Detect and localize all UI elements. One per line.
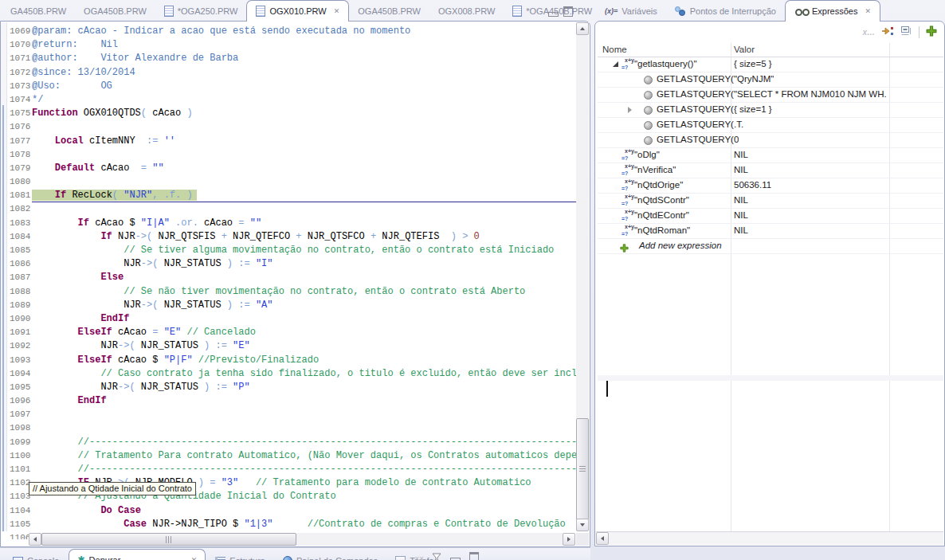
code-line[interactable]: 1088 // Se não tiver movimentação no con… xyxy=(7,285,576,299)
code-line[interactable]: 1081 If RecLock( "NJR", .f. ) xyxy=(7,189,576,202)
code-line[interactable]: 1078 xyxy=(7,148,576,162)
panel-horizontal-scrollbar[interactable] xyxy=(596,531,943,545)
expand-arrow-icon[interactable] xyxy=(628,107,632,113)
code-line[interactable]: 1077 Local cItemNNY := '' xyxy=(7,135,576,148)
close-icon[interactable]: ✕ xyxy=(191,556,198,560)
code-line[interactable]: 1104 Do Case xyxy=(7,504,576,518)
tab-express-es[interactable]: Expressões✕ xyxy=(785,0,880,22)
tab-label: *OGA450B.PRW xyxy=(526,6,592,16)
editor-tab-oga450bprw[interactable]: OGA450B.PRW xyxy=(349,1,429,21)
code-line[interactable]: 1097 xyxy=(7,408,576,421)
editor-tab-oga250prw[interactable]: *OGA250.PRW xyxy=(155,1,247,21)
bottom-toolbar: ✕✕ xyxy=(414,551,479,560)
code-line[interactable]: 1098 xyxy=(7,421,576,435)
line-number: 1069 xyxy=(7,25,32,38)
show-logical-structure-icon[interactable] xyxy=(881,25,894,40)
bottom-tab-estrutura[interactable]: Estrutura xyxy=(207,552,273,560)
expression-row[interactable]: x+y=?"nVerifica"NIL xyxy=(598,163,943,178)
expression-row[interactable]: x+y=?"getlastquery()"{ size=5 } xyxy=(598,57,943,72)
minimize-icon[interactable] xyxy=(450,551,461,560)
scroll-right-icon[interactable] xyxy=(563,533,575,546)
expression-row[interactable]: GETLASTQUERY(.T. xyxy=(598,118,943,133)
code-line[interactable]: 1082 xyxy=(7,202,576,216)
code-line[interactable]: 1076 xyxy=(7,120,576,134)
filter-icon[interactable] xyxy=(432,551,441,560)
code-line[interactable]: 1091 ElseIf cAcao = "E" // Cancelado xyxy=(7,326,576,339)
code-line[interactable]: 1071@author: Vitor Alexandre de Barba xyxy=(7,52,576,65)
code-line[interactable]: 1099 //---------------------------------… xyxy=(7,436,576,449)
add-expression-row[interactable]: Add new expression xyxy=(598,239,943,254)
code-line[interactable]: 1090 EndIf xyxy=(7,312,576,326)
commands-icon xyxy=(283,556,292,560)
code-line[interactable]: 1079 Default cAcao = "" xyxy=(7,162,576,175)
add-expression-icon[interactable] xyxy=(926,25,937,40)
horizontal-scroll-thumb[interactable] xyxy=(41,533,296,546)
code-line[interactable]: 1084 If NJR->( NJR_QTSFIS + NJR_QTEFCO +… xyxy=(7,230,576,244)
vertical-scroll-thumb[interactable] xyxy=(576,418,589,520)
editor-vertical-scrollbar[interactable] xyxy=(576,22,589,531)
watch-expression-icon: x+y=? xyxy=(622,179,634,191)
code-line-text: ElseIf cAcao $ "P|F" //Previsto/Finaliza… xyxy=(32,354,576,367)
code-line[interactable]: 1069@param: cAcao - Indicar a acao que e… xyxy=(7,25,576,38)
code-line[interactable]: 1092 NJR->( NJR_STATUS ) := "E" xyxy=(7,339,576,353)
code-line[interactable]: 1094 // Caso contrato ja tenha sido fina… xyxy=(7,367,576,381)
expression-row[interactable]: GETLASTQUERY("SELECT * FROM NJM010 NJM W… xyxy=(598,88,943,103)
expression-row[interactable]: x+y=?"nQtdOrige"50636.11 xyxy=(598,178,943,194)
expression-row[interactable]: x+y=?"nQtdRoman"NIL xyxy=(598,224,943,239)
code-editor[interactable]: 1069@param: cAcao - Indicar a acao que e… xyxy=(7,22,576,539)
editor-tab-ogx010prw[interactable]: OGX010.PRW✕ xyxy=(246,0,349,22)
code-line[interactable]: 1072@since: 13/10/2014 xyxy=(7,66,576,80)
collapse-arrow-icon[interactable] xyxy=(613,61,618,67)
minimize-icon[interactable] xyxy=(548,6,559,20)
close-icon[interactable]: ✕ xyxy=(865,7,871,15)
code-line[interactable]: 1100 // Tratamento Para contrato Automat… xyxy=(7,449,576,463)
code-line[interactable]: 1073@Uso: OG xyxy=(7,80,576,93)
code-line-text: If NJR->( NJR_QTSFIS + NJR_QTEFCO + NJR_… xyxy=(32,230,576,244)
code-line[interactable]: 1087 Else xyxy=(7,271,576,284)
code-line[interactable]: 1070@return: Nil xyxy=(7,38,576,52)
code-line[interactable]: 1105 Case NJR->NJR_TIPO $ "1|3" //Contra… xyxy=(7,518,576,531)
bottom-tab-depurar[interactable]: ✱Depurar✕ xyxy=(69,549,206,560)
tab-pontos-de-interrup-o[interactable]: Pontos de Interrupção xyxy=(666,1,785,21)
code-line[interactable]: 1083 If cAcao $ "I|A" .or. cAcao = "" xyxy=(7,217,576,230)
code-line[interactable]: 1089 NJR->( NJR_STATUS ) := "A" xyxy=(7,299,576,312)
code-line[interactable]: 1096 EndIf xyxy=(7,394,576,408)
maximize-icon[interactable] xyxy=(469,551,479,560)
expression-row[interactable]: x+y=?"oDlg"NIL xyxy=(598,148,943,163)
scroll-up-icon[interactable] xyxy=(576,22,589,35)
column-header-valor[interactable]: Valor xyxy=(734,45,755,54)
code-line[interactable]: 1080 xyxy=(7,175,576,189)
code-line[interactable]: 1095 NJR->( NJR_STATUS ) := "P" xyxy=(7,381,576,394)
array-item-icon xyxy=(644,91,653,100)
annotation-ruler[interactable] xyxy=(1,22,7,531)
tab-vari-veis[interactable]: (x)=Variáveis xyxy=(596,1,666,21)
code-line[interactable]: 1093 ElseIf cAcao $ "P|F" //Previsto/Fin… xyxy=(7,354,576,367)
editor-tab-oga450bprw[interactable]: OGA450B.PRW xyxy=(75,1,155,21)
expression-row[interactable]: GETLASTQUERY("QryNJM" xyxy=(598,72,943,88)
expression-row[interactable]: x+y=?"nQtdSContr"NIL xyxy=(598,194,943,209)
code-line[interactable]: 1086 NJR->( NJR_STATUS ) := "I" xyxy=(7,257,576,271)
scroll-down-icon[interactable] xyxy=(576,519,589,531)
code-line[interactable]: 1101 //---------------------------------… xyxy=(7,463,576,476)
expression-row[interactable]: GETLASTQUERY({ size=1 } xyxy=(598,103,943,118)
editor-horizontal-scrollbar[interactable] xyxy=(29,533,575,546)
expression-row[interactable]: x+y=?"nQtdEContr"NIL xyxy=(598,209,943,224)
column-header-nome[interactable]: Nome xyxy=(602,45,627,54)
bottom-tab-painel-de-comandos[interactable]: Painel de Comandos xyxy=(275,552,386,560)
collapse-all-icon[interactable] xyxy=(900,25,912,40)
bottom-tab-console[interactable]: Console xyxy=(5,552,67,560)
editor-tab-ga450bprw[interactable]: GA450B.PRW xyxy=(2,1,75,21)
line-number: 1086 xyxy=(7,257,32,271)
editor-tab-ogx008prw[interactable]: OGX008.PRW xyxy=(429,1,504,21)
code-line[interactable]: 1075Function OGX010QTDS( cAcao ) xyxy=(7,107,576,120)
debug-tab-bar: (x)=VariáveisPontos de InterrupçãoExpres… xyxy=(594,0,945,21)
code-line[interactable]: 1085 // Se tiver alguma movimentação no … xyxy=(7,244,576,257)
scroll-left-icon[interactable] xyxy=(29,533,41,546)
expression-row[interactable]: GETLASTQUERY(0 xyxy=(598,133,943,148)
expression-name: "nQtdSContr" xyxy=(634,195,689,205)
scroll-left-icon[interactable] xyxy=(596,532,609,545)
close-icon[interactable]: ✕ xyxy=(334,7,340,15)
maximize-icon[interactable] xyxy=(563,6,573,20)
remove-all-icon[interactable]: ✕✕ xyxy=(414,555,423,560)
code-line[interactable]: 1074*/ xyxy=(7,93,576,107)
